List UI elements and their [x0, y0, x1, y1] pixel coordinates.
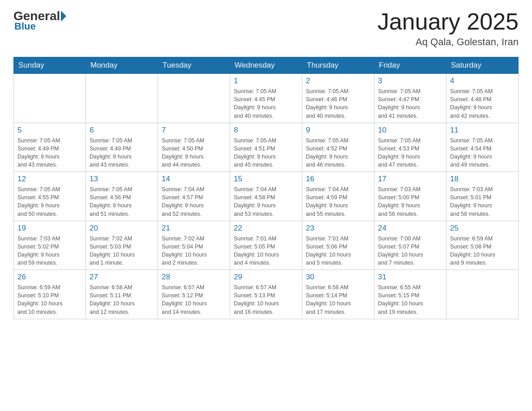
day-number: 14 — [162, 175, 226, 184]
calendar-cell: 27Sunrise: 6:58 AM Sunset: 5:11 PM Dayli… — [86, 270, 158, 319]
calendar-cell: 24Sunrise: 7:00 AM Sunset: 5:07 PM Dayli… — [374, 221, 446, 270]
day-number: 28 — [162, 273, 226, 282]
day-info: Sunrise: 7:05 AM Sunset: 4:54 PM Dayligh… — [450, 137, 515, 169]
calendar-header-row: SundayMondayTuesdayWednesdayThursdayFrid… — [14, 57, 519, 74]
day-number: 7 — [162, 126, 226, 135]
calendar-cell — [14, 74, 86, 123]
day-info: Sunrise: 7:05 AM Sunset: 4:49 PM Dayligh… — [90, 137, 154, 169]
day-info: Sunrise: 6:55 AM Sunset: 5:15 PM Dayligh… — [378, 283, 442, 316]
day-info: Sunrise: 6:56 AM Sunset: 5:14 PM Dayligh… — [306, 283, 370, 316]
calendar-week-row: 19Sunrise: 7:03 AM Sunset: 5:02 PM Dayli… — [14, 221, 519, 270]
calendar-day-header: Wednesday — [230, 57, 302, 74]
calendar-cell: 16Sunrise: 7:04 AM Sunset: 4:59 PM Dayli… — [302, 172, 374, 221]
calendar-day-header: Tuesday — [158, 57, 230, 74]
day-number: 8 — [234, 126, 298, 135]
day-info: Sunrise: 7:03 AM Sunset: 5:02 PM Dayligh… — [17, 235, 82, 267]
day-number: 25 — [450, 224, 515, 233]
day-number: 4 — [450, 77, 515, 86]
day-number: 21 — [162, 224, 226, 233]
day-info: Sunrise: 6:57 AM Sunset: 5:12 PM Dayligh… — [162, 283, 226, 316]
calendar-day-header: Monday — [86, 57, 158, 74]
day-number: 12 — [17, 175, 82, 184]
calendar-cell: 1Sunrise: 7:05 AM Sunset: 4:45 PM Daylig… — [230, 74, 302, 123]
calendar-cell: 5Sunrise: 7:05 AM Sunset: 4:49 PM Daylig… — [14, 123, 86, 172]
logo-blue-text: Blue — [13, 21, 36, 32]
day-info: Sunrise: 7:05 AM Sunset: 4:53 PM Dayligh… — [378, 137, 442, 169]
page-header: General Blue January 2025 Aq Qala, Goles… — [13, 9, 519, 48]
location-text: Aq Qala, Golestan, Iran — [378, 36, 519, 48]
calendar-cell: 2Sunrise: 7:05 AM Sunset: 4:46 PM Daylig… — [302, 74, 374, 123]
title-block: January 2025 Aq Qala, Golestan, Iran — [378, 9, 519, 48]
calendar-day-header: Sunday — [14, 57, 86, 74]
calendar-cell — [86, 74, 158, 123]
day-info: Sunrise: 7:05 AM Sunset: 4:51 PM Dayligh… — [234, 137, 298, 169]
day-number: 11 — [450, 126, 515, 135]
day-info: Sunrise: 7:05 AM Sunset: 4:46 PM Dayligh… — [306, 87, 370, 120]
day-number: 5 — [17, 126, 82, 135]
day-info: Sunrise: 7:03 AM Sunset: 5:01 PM Dayligh… — [450, 185, 515, 218]
day-info: Sunrise: 6:59 AM Sunset: 5:08 PM Dayligh… — [450, 235, 515, 267]
day-number: 1 — [234, 77, 298, 86]
calendar-cell: 31Sunrise: 6:55 AM Sunset: 5:15 PM Dayli… — [374, 270, 446, 319]
calendar-day-header: Saturday — [446, 57, 519, 74]
calendar-cell: 23Sunrise: 7:01 AM Sunset: 5:06 PM Dayli… — [302, 221, 374, 270]
day-number: 3 — [378, 77, 442, 86]
calendar-week-row: 5Sunrise: 7:05 AM Sunset: 4:49 PM Daylig… — [14, 123, 519, 172]
month-title: January 2025 — [378, 9, 519, 34]
calendar-cell: 8Sunrise: 7:05 AM Sunset: 4:51 PM Daylig… — [230, 123, 302, 172]
day-info: Sunrise: 7:05 AM Sunset: 4:50 PM Dayligh… — [162, 137, 226, 169]
day-info: Sunrise: 7:02 AM Sunset: 5:04 PM Dayligh… — [162, 235, 226, 267]
calendar-cell: 20Sunrise: 7:02 AM Sunset: 5:03 PM Dayli… — [86, 221, 158, 270]
day-info: Sunrise: 7:02 AM Sunset: 5:03 PM Dayligh… — [90, 235, 154, 267]
calendar-table: SundayMondayTuesdayWednesdayThursdayFrid… — [13, 57, 519, 319]
day-info: Sunrise: 7:05 AM Sunset: 4:47 PM Dayligh… — [378, 87, 442, 120]
calendar-cell: 11Sunrise: 7:05 AM Sunset: 4:54 PM Dayli… — [446, 123, 519, 172]
calendar-cell: 18Sunrise: 7:03 AM Sunset: 5:01 PM Dayli… — [446, 172, 519, 221]
day-info: Sunrise: 6:58 AM Sunset: 5:11 PM Dayligh… — [90, 283, 154, 316]
day-info: Sunrise: 7:05 AM Sunset: 4:55 PM Dayligh… — [17, 185, 82, 218]
day-info: Sunrise: 7:05 AM Sunset: 4:49 PM Dayligh… — [17, 137, 82, 169]
day-info: Sunrise: 7:01 AM Sunset: 5:05 PM Dayligh… — [234, 235, 298, 267]
day-info: Sunrise: 7:05 AM Sunset: 4:48 PM Dayligh… — [450, 87, 515, 120]
day-info: Sunrise: 7:05 AM Sunset: 4:52 PM Dayligh… — [306, 137, 370, 169]
calendar-day-header: Friday — [374, 57, 446, 74]
calendar-day-header: Thursday — [302, 57, 374, 74]
day-info: Sunrise: 7:05 AM Sunset: 4:45 PM Dayligh… — [234, 87, 298, 120]
calendar-cell: 17Sunrise: 7:03 AM Sunset: 5:00 PM Dayli… — [374, 172, 446, 221]
day-number: 19 — [17, 224, 82, 233]
calendar-cell: 14Sunrise: 7:04 AM Sunset: 4:57 PM Dayli… — [158, 172, 230, 221]
calendar-cell: 9Sunrise: 7:05 AM Sunset: 4:52 PM Daylig… — [302, 123, 374, 172]
day-info: Sunrise: 7:04 AM Sunset: 4:59 PM Dayligh… — [306, 185, 370, 218]
day-number: 30 — [306, 273, 370, 282]
calendar-cell: 12Sunrise: 7:05 AM Sunset: 4:55 PM Dayli… — [14, 172, 86, 221]
day-info: Sunrise: 7:04 AM Sunset: 4:57 PM Dayligh… — [162, 185, 226, 218]
calendar-cell: 6Sunrise: 7:05 AM Sunset: 4:49 PM Daylig… — [86, 123, 158, 172]
calendar-cell: 10Sunrise: 7:05 AM Sunset: 4:53 PM Dayli… — [374, 123, 446, 172]
calendar-cell — [446, 270, 519, 319]
calendar-cell: 7Sunrise: 7:05 AM Sunset: 4:50 PM Daylig… — [158, 123, 230, 172]
day-number: 17 — [378, 175, 442, 184]
day-number: 29 — [234, 273, 298, 282]
calendar-cell: 21Sunrise: 7:02 AM Sunset: 5:04 PM Dayli… — [158, 221, 230, 270]
calendar-cell: 26Sunrise: 6:59 AM Sunset: 5:10 PM Dayli… — [14, 270, 86, 319]
day-number: 27 — [90, 273, 154, 282]
day-number: 24 — [378, 224, 442, 233]
day-number: 10 — [378, 126, 442, 135]
day-info: Sunrise: 7:00 AM Sunset: 5:07 PM Dayligh… — [378, 235, 442, 267]
day-number: 9 — [306, 126, 370, 135]
day-number: 13 — [90, 175, 154, 184]
day-number: 15 — [234, 175, 298, 184]
calendar-cell: 19Sunrise: 7:03 AM Sunset: 5:02 PM Dayli… — [14, 221, 86, 270]
calendar-week-row: 26Sunrise: 6:59 AM Sunset: 5:10 PM Dayli… — [14, 270, 519, 319]
day-number: 6 — [90, 126, 154, 135]
calendar-cell: 3Sunrise: 7:05 AM Sunset: 4:47 PM Daylig… — [374, 74, 446, 123]
calendar-cell — [158, 74, 230, 123]
day-number: 16 — [306, 175, 370, 184]
day-info: Sunrise: 7:05 AM Sunset: 4:56 PM Dayligh… — [90, 185, 154, 218]
calendar-week-row: 12Sunrise: 7:05 AM Sunset: 4:55 PM Dayli… — [14, 172, 519, 221]
calendar-cell: 25Sunrise: 6:59 AM Sunset: 5:08 PM Dayli… — [446, 221, 519, 270]
day-number: 2 — [306, 77, 370, 86]
calendar-cell: 29Sunrise: 6:57 AM Sunset: 5:13 PM Dayli… — [230, 270, 302, 319]
calendar-cell: 15Sunrise: 7:04 AM Sunset: 4:58 PM Dayli… — [230, 172, 302, 221]
day-number: 26 — [17, 273, 82, 282]
